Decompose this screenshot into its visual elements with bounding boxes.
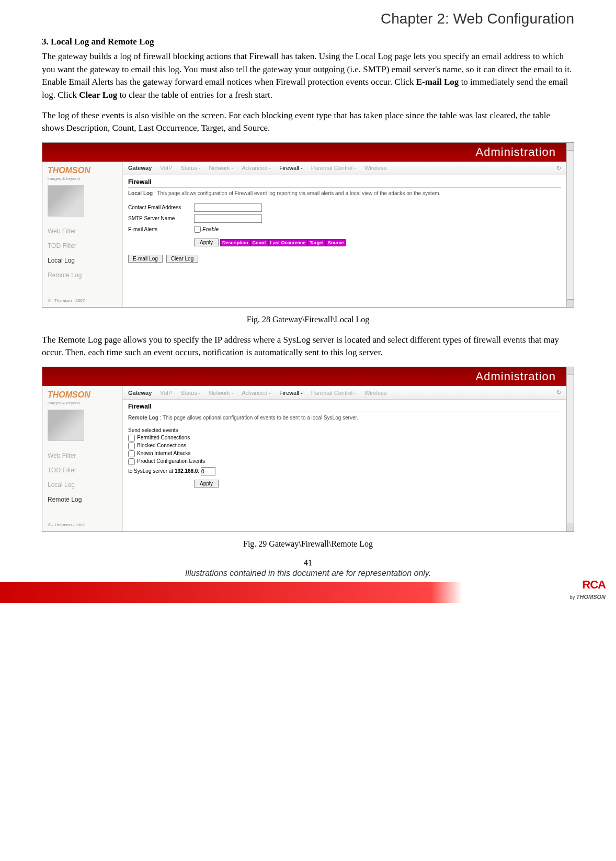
- send-events-label: Send selected events: [128, 427, 561, 433]
- known-attacks-checkbox[interactable]: [128, 450, 135, 457]
- tab-wireless[interactable]: Wireless: [364, 165, 386, 171]
- thomson-logo: THOMSON: [48, 390, 122, 400]
- email-log-button[interactable]: E-mail Log: [128, 255, 163, 263]
- footer-brand: RCA by THOMSON: [570, 578, 606, 601]
- tab-status[interactable]: Status -: [181, 165, 201, 171]
- desc-text: : This page allows optional configuratio…: [158, 415, 358, 421]
- content-title: Firewall: [128, 403, 561, 412]
- fig29-caption: Fig. 29 Gateway\Firewall\Remote Log: [42, 539, 574, 549]
- fig29-screenshot: Administration THOMSON images & beyond W…: [42, 367, 574, 532]
- section-heading: 3. Local Log and Remote Log: [42, 37, 574, 47]
- log-table-header: Description Count Last Occurence Target …: [220, 239, 346, 246]
- tab-gateway[interactable]: Gateway: [128, 165, 152, 171]
- apply-button[interactable]: Apply: [194, 480, 219, 488]
- email-alerts-label: E-mail Alerts: [128, 226, 194, 232]
- para1-bold-2: Clear Log: [79, 90, 117, 100]
- known-attacks-label: Known Internet Attacks: [137, 450, 190, 456]
- brand-tagline: images & beyond: [48, 176, 122, 181]
- tab-firewall[interactable]: Firewall -: [279, 390, 303, 396]
- paragraph-2: The log of these events is also visible …: [42, 109, 574, 135]
- tab-status[interactable]: Status -: [181, 390, 201, 396]
- paragraph-1: The gateway builds a log of firewall blo…: [42, 50, 574, 102]
- admin-header: Administration: [42, 367, 566, 386]
- sidebar-item-tod-filter[interactable]: TOD Filter: [48, 463, 122, 478]
- syslog-octet-input[interactable]: [201, 467, 215, 475]
- content-title: Firewall: [128, 178, 561, 188]
- sidebar-item-web-filter[interactable]: Web Filter: [48, 448, 122, 463]
- apply-button[interactable]: Apply: [194, 239, 219, 246]
- clear-log-button[interactable]: Clear Log: [166, 255, 198, 263]
- col-count: Count: [250, 239, 268, 246]
- page-number: 41: [42, 558, 574, 568]
- tab-row: Gateway VoIP Status - Network - Advanced…: [123, 386, 566, 400]
- syslog-prefix: to SysLog server at: [128, 468, 175, 474]
- sidebar-item-remote-log[interactable]: Remote Log: [48, 492, 122, 507]
- tab-gateway[interactable]: Gateway: [128, 390, 152, 396]
- blocked-connections-label: Blocked Connections: [137, 443, 186, 448]
- syslog-ip: 192.168.0.: [175, 468, 199, 474]
- desc-bold: Local Log: [128, 190, 153, 196]
- scrollbar[interactable]: [566, 143, 574, 307]
- col-source: Source: [326, 239, 346, 246]
- brand-tagline: images & beyond: [48, 401, 122, 405]
- desc-bold: Remote Log: [128, 415, 158, 421]
- contact-email-input[interactable]: [194, 203, 262, 212]
- sidebar-footer: © - Thomson - 2007: [48, 298, 122, 303]
- tab-parental[interactable]: Parental Control -: [311, 390, 356, 396]
- product-config-label: Product Configuration Events: [137, 458, 205, 464]
- enable-label: Enable: [202, 226, 219, 232]
- email-alerts-checkbox[interactable]: [194, 226, 201, 233]
- fig28-screenshot: Administration THOMSON images & beyond W…: [42, 142, 574, 308]
- tab-network[interactable]: Network -: [209, 390, 233, 396]
- footer-bar: RCA by THOMSON: [0, 582, 616, 603]
- col-target: Target: [307, 239, 326, 246]
- desc-text: : This page allows configuration of Fire…: [153, 190, 440, 196]
- tab-voip[interactable]: VoIP: [160, 165, 172, 171]
- fig28-caption: Fig. 28 Gateway\Firewall\Local Log: [42, 315, 574, 324]
- sidebar-item-remote-log[interactable]: Remote Log: [48, 268, 122, 282]
- page-description: Remote Log : This page allows optional c…: [128, 414, 561, 421]
- tab-firewall[interactable]: Firewall -: [279, 165, 303, 171]
- paragraph-3: The Remote Log page allows you to specif…: [42, 334, 574, 359]
- admin-header: Administration: [42, 143, 566, 162]
- para1-text-d: to clear the table of entries for a fres…: [117, 90, 272, 100]
- footer-thomson: THOMSON: [576, 594, 606, 600]
- para1-bold-1: E-mail Log: [416, 77, 459, 87]
- tab-parental[interactable]: Parental Control -: [311, 165, 356, 171]
- avatar-image: [48, 410, 84, 441]
- rca-logo: RCA: [582, 578, 606, 591]
- refresh-icon[interactable]: ↻: [556, 389, 561, 396]
- footer-by: by: [570, 595, 576, 600]
- page-description: Local Log : This page allows configurati…: [128, 190, 561, 197]
- sidebar-item-web-filter[interactable]: Web Filter: [48, 224, 122, 239]
- col-last-occurence: Last Occurence: [268, 239, 308, 246]
- sidebar-item-tod-filter[interactable]: TOD Filter: [48, 239, 122, 253]
- chapter-title: Chapter 2: Web Configuration: [42, 10, 574, 27]
- tab-voip[interactable]: VoIP: [160, 390, 172, 396]
- blocked-connections-checkbox[interactable]: [128, 443, 135, 449]
- col-description: Description: [220, 239, 250, 246]
- sidebar: THOMSON images & beyond Web Filter TOD F…: [42, 386, 123, 531]
- sidebar: THOMSON images & beyond Web Filter TOD F…: [42, 162, 123, 307]
- permitted-connections-checkbox[interactable]: [128, 435, 135, 441]
- sidebar-item-local-log[interactable]: Local Log: [48, 478, 122, 492]
- tab-network[interactable]: Network -: [209, 165, 233, 171]
- thomson-logo: THOMSON: [48, 166, 122, 175]
- avatar-image: [48, 185, 84, 217]
- tab-wireless[interactable]: Wireless: [364, 390, 386, 396]
- smtp-server-label: SMTP Server Name: [128, 216, 194, 221]
- disclaimer: Illustrations contained in this document…: [42, 569, 574, 578]
- product-config-checkbox[interactable]: [128, 458, 135, 465]
- smtp-server-input[interactable]: [194, 214, 262, 223]
- contact-email-label: Contact Email Address: [128, 205, 194, 210]
- refresh-icon[interactable]: ↻: [556, 165, 561, 172]
- tab-advanced[interactable]: Advanced -: [242, 390, 271, 396]
- scrollbar[interactable]: [566, 367, 574, 531]
- sidebar-footer: © - Thomson - 2007: [48, 523, 122, 527]
- tab-advanced[interactable]: Advanced -: [242, 165, 271, 171]
- tab-row: Gateway VoIP Status - Network - Advanced…: [123, 162, 566, 175]
- permitted-connections-label: Permitted Connections: [137, 435, 190, 440]
- sidebar-item-local-log[interactable]: Local Log: [48, 253, 122, 268]
